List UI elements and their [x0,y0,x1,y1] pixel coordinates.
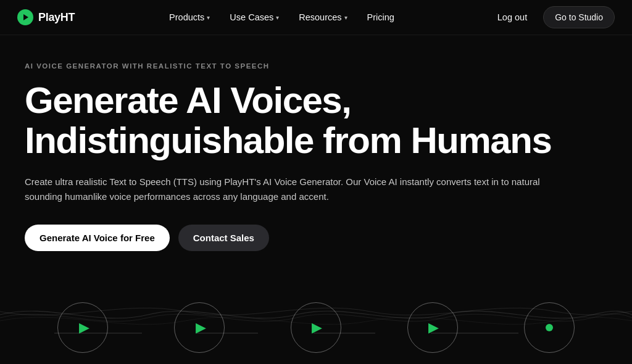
nav-actions: Log out Go to Studio [489,6,615,28]
chevron-down-icon: ▾ [207,14,210,21]
contact-sales-button[interactable]: Contact Sales [178,225,269,251]
hero-title-line1: Generate AI Voices, [25,80,351,121]
nav-resources[interactable]: Resources ▾ [290,7,356,27]
play-icon: ▶ [428,320,439,336]
play-icon: ▶ [79,320,89,336]
hero-eyebrow: AI VOICE GENERATOR WITH REALISTIC TEXT T… [25,62,607,70]
chevron-down-icon: ▾ [276,14,279,21]
play-icon: ▶ [196,320,206,336]
player-button-1[interactable]: ▶ [57,302,108,353]
hero-buttons: Generate AI Voice for Free Contact Sales [25,225,607,251]
hero-title: Generate AI Voices, Indistinguishable fr… [25,81,580,161]
hero-description: Create ultra realistic Text to Speech (T… [25,175,555,205]
player-circles: ▶ ▶ ▶ ▶ [0,302,632,353]
player-button-5[interactable] [524,302,575,353]
player-button-2[interactable]: ▶ [174,302,225,353]
player-button-3[interactable]: ▶ [291,302,341,353]
hero-section: AI VOICE GENERATOR WITH REALISTIC TEXT T… [0,35,632,251]
nav-use-cases[interactable]: Use Cases ▾ [221,7,288,27]
player-button-4[interactable]: ▶ [407,302,458,353]
go-to-studio-button[interactable]: Go to Studio [543,6,615,28]
nav-products[interactable]: Products ▾ [160,7,218,27]
logout-button[interactable]: Log out [489,7,536,27]
hero-title-line2: Indistinguishable from Humans [25,120,551,161]
nav-links: Products ▾ Use Cases ▾ Resources ▾ Prici… [160,7,403,27]
chevron-down-icon: ▾ [344,14,347,21]
logo-text: PlayHT [38,11,75,24]
navbar: PlayHT Products ▾ Use Cases ▾ Resources … [0,0,632,35]
player-section: ▶ ▶ ▶ ▶ [0,265,632,364]
generate-voice-button[interactable]: Generate AI Voice for Free [25,225,170,251]
play-icon: ▶ [312,320,322,336]
logo-icon [17,9,33,25]
nav-pricing[interactable]: Pricing [359,7,403,27]
logo[interactable]: PlayHT [17,9,75,25]
dot-icon [546,324,553,331]
